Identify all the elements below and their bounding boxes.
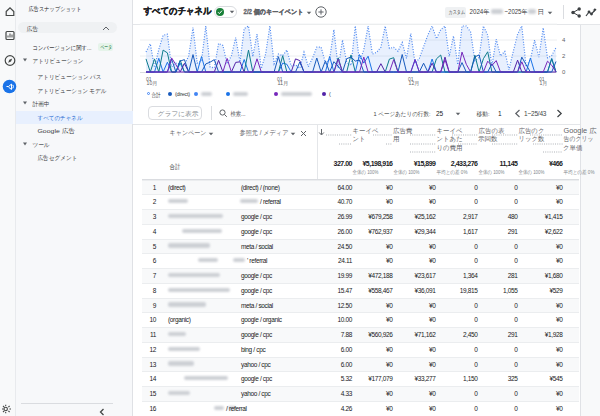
svg-text:11月: 11月: [278, 80, 289, 87]
svg-text:合計: 合計: [152, 91, 161, 98]
svg-text:1 ページあたりの行数:: 1 ページあたりの行数:: [374, 111, 431, 118]
svg-text:合計: 合計: [170, 163, 181, 171]
svg-text:12月: 12月: [409, 80, 420, 87]
svg-text:平均との差 0%: 平均との差 0%: [563, 169, 594, 175]
svg-text:10月: 10月: [147, 80, 158, 87]
svg-text:移動:: 移動:: [477, 111, 490, 118]
svg-text:グラフに表示: グラフに表示: [157, 110, 199, 117]
svg-text:参照元 / メディア: 参照元 / メディア: [240, 129, 289, 137]
svg-text:Google 広: Google 広: [563, 127, 597, 135]
svg-text:キャンペーン: キャンペーン: [170, 129, 207, 136]
svg-text:告のクリッ: 告のクリッ: [563, 135, 593, 143]
svg-text:ク単価: ク単価: [563, 144, 583, 152]
svg-text:検索...: 検索...: [230, 110, 245, 117]
svg-text:ント: ント: [353, 135, 366, 142]
svg-text:1月: 1月: [540, 80, 548, 87]
svg-text:用: 用: [393, 135, 400, 143]
